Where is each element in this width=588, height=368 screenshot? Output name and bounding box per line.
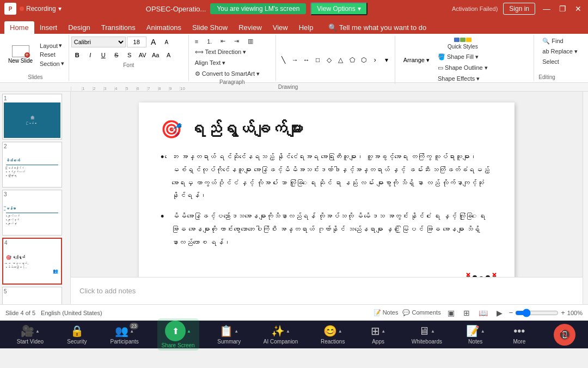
taskbar-summary[interactable]: 📋 ▲ Summary (213, 322, 245, 347)
new-slide-button[interactable]: New Slide (4, 44, 36, 65)
replace-button[interactable]: ab Replace ▾ (538, 46, 581, 57)
taskbar-ai-companion[interactable]: ✨ ▲ AI Companion (259, 322, 302, 347)
slide-thumbnail-1[interactable]: 1 🏛️ မြန်မာ (2, 94, 62, 140)
shape-hexagon[interactable]: ⬡ (358, 55, 369, 65)
strikethrough-button[interactable]: S (111, 49, 122, 61)
slide-thumbnail-3[interactable]: 3 မြန်မာ • ချက်တစ် • ချက်နှစ် • ချက်သုံး (2, 190, 62, 236)
drawing-group-label: Drawing (278, 84, 532, 90)
view-options-button[interactable]: View Options ▾ (310, 2, 367, 15)
shape-more[interactable]: ▾ (381, 55, 392, 65)
shape-triangle[interactable]: △ (335, 55, 346, 65)
tab-tell-me[interactable]: 🔍 Tell me what you want to do (323, 21, 432, 34)
shape-pentagon[interactable]: ⬠ (347, 55, 358, 65)
shape-line[interactable]: ╲ (278, 55, 289, 65)
shape-effects-button[interactable]: Shape Effects ▾ (434, 74, 492, 84)
summary-icon: 📋 (219, 324, 233, 337)
zoom-out-button[interactable]: − (509, 309, 513, 317)
font-color-button[interactable]: A (163, 49, 175, 61)
font-grow-button[interactable]: A (148, 36, 160, 48)
decrease-indent-button[interactable]: ⇤ (217, 36, 229, 46)
layout-button[interactable]: Layout ▾ (38, 41, 66, 50)
taskbar-notes[interactable]: 📝 ▲ Notes (461, 322, 491, 347)
reset-button[interactable]: Reset (38, 51, 66, 58)
increase-indent-button[interactable]: ⇥ (230, 36, 243, 46)
scroll-container[interactable]: 🎯 ရည်ရွယ်ချက်များ ဘေး အန္တရာယ် ရင်ဆိုင်န… (71, 92, 583, 277)
tab-view[interactable]: View (267, 21, 293, 34)
taskbar-security[interactable]: 🔒 Security (62, 322, 92, 347)
tab-design[interactable]: Design (63, 21, 95, 34)
notes-area[interactable]: Click to add notes (71, 277, 583, 304)
font-name-select[interactable]: Calibri (71, 37, 126, 47)
sign-in-button[interactable]: Sign in (503, 3, 535, 15)
font-size-input[interactable] (127, 37, 146, 47)
normal-view-button[interactable]: ▣ (445, 307, 457, 318)
shape-chevron[interactable]: › (370, 55, 381, 65)
shape-fill-button[interactable]: 🪣 Shape Fill ▾ (434, 52, 492, 62)
spacing-button[interactable]: AV (137, 49, 149, 61)
zoom-bar: − + 100% (509, 309, 583, 317)
paragraph-group: ≡ 1. ⇤ ⇥ ▥ ⟺ Text Direction ▾ Align Text… (189, 35, 276, 81)
recording-chevron: ▾ (58, 5, 62, 13)
notes-toggle[interactable]: 📝 Notes (373, 309, 399, 316)
find-button[interactable]: 🔍 Find (538, 36, 581, 46)
tab-slideshow[interactable]: Slide Show (187, 21, 233, 34)
reading-view-button[interactable]: 📖 (476, 307, 490, 318)
close-button[interactable]: ✕ (573, 4, 584, 13)
tab-insert[interactable]: Insert (34, 21, 63, 34)
tab-help[interactable]: Help (293, 21, 319, 34)
numbering-button[interactable]: 1. (203, 37, 216, 46)
taskbar-video[interactable]: 🎥 ▲ Start Video (13, 322, 48, 347)
quick-styles-button[interactable]: Quick Styles (434, 36, 492, 51)
zoom-in-button[interactable]: + (561, 309, 565, 317)
target-icon: 🎯 (161, 119, 182, 140)
new-slide-icon (12, 45, 29, 57)
tab-review[interactable]: Review (233, 21, 267, 34)
taskbar-apps[interactable]: ⊞ ▲ Apps (363, 322, 393, 347)
bold-button[interactable]: B (71, 49, 83, 61)
zoom-slider[interactable] (515, 309, 559, 317)
top-bar: P Recording ▾ OPSEC-Operatio... You are … (0, 0, 588, 17)
slide-title: 🎯 ရည်ရွယ်ချက်များ (161, 119, 493, 140)
minimize-button[interactable]: — (541, 4, 553, 13)
taskbar-reactions[interactable]: 😊 ▲ Reactions (316, 322, 349, 347)
shape-outline-button[interactable]: ▭ Shape Outline ▾ (434, 63, 492, 73)
taskbar-share-screen[interactable]: ⬆ ▲ Share Screen (157, 318, 199, 351)
end-meeting-button[interactable]: 📵 (554, 324, 575, 346)
shadow-button[interactable]: S (124, 49, 136, 61)
font-shrink-button[interactable]: A (161, 36, 173, 48)
bullets-button[interactable]: ≡ (191, 37, 202, 46)
select-button[interactable]: Select (538, 57, 581, 67)
taskbar-whiteboards[interactable]: 🖥 ▲ Whiteboards (407, 323, 446, 347)
tab-animations[interactable]: Animations (141, 21, 187, 34)
slide-canvas[interactable]: 🎯 ရည်ရွယ်ချက်များ ဘေး အန္တရာယ် ရင်ဆိုင်န… (139, 102, 514, 277)
shape-diamond[interactable]: ◇ (324, 55, 335, 65)
taskbar-more[interactable]: ••• More (504, 323, 534, 347)
slideshow-button[interactable]: ▶ (494, 307, 505, 318)
taskbar-participants[interactable]: 👥 23 ▲ Participants (106, 322, 143, 347)
comments-toggle[interactable]: 💬 Comments (402, 309, 440, 316)
align-text-button[interactable]: Align Text ▾ (191, 58, 230, 68)
slide-thumbnail-2[interactable]: 2 မိတ်ဆက် • မြန်မာနိုင်ငံ • ဒစ်ဂျစ်တယ် •… (2, 142, 62, 188)
convert-smartart-button[interactable]: ⚙ Convert to SmartArt ▾ (191, 69, 264, 79)
underline-button[interactable]: U (97, 49, 109, 61)
arrange-button[interactable]: Arrange ▾ (400, 56, 433, 65)
shape-doublearrow[interactable]: ↔ (301, 55, 312, 65)
section-button[interactable]: Section ▾ (38, 59, 66, 68)
italic-button[interactable]: I (84, 49, 96, 61)
slide-thumbnail-4[interactable]: 4 🎯 ရည်ရွယ် • ဘေး အန္တရာယ်... • မိမိအနေဖ… (2, 238, 62, 285)
tab-home[interactable]: Home (4, 21, 34, 34)
drawing-group: ╲ → ↔ □ ◇ △ ⬠ ⬡ › ▾ Arrange ▾ (276, 35, 535, 81)
restore-button[interactable]: ❐ (557, 4, 568, 13)
viewing-banner: You are viewing LM's screen (210, 3, 306, 14)
slide-thumbnail-5[interactable]: 5 အကြောင်း • ချက်တစ် • ချက်နှစ် (2, 287, 62, 304)
shape-arrow[interactable]: → (290, 55, 301, 65)
apps-arrow: ▲ (381, 329, 385, 334)
side-scrollbar[interactable] (583, 92, 588, 304)
slide-sorter-button[interactable]: ⊞ (461, 307, 472, 318)
text-direction-button[interactable]: ⟺ Text Direction ▾ (191, 47, 250, 57)
columns-button[interactable]: ▥ (244, 36, 257, 46)
end-meeting-icon: 📵 (559, 329, 571, 341)
tab-transitions[interactable]: Transitions (96, 21, 141, 34)
case-button[interactable]: Aa (150, 49, 162, 61)
shape-rect[interactable]: □ (313, 55, 323, 65)
